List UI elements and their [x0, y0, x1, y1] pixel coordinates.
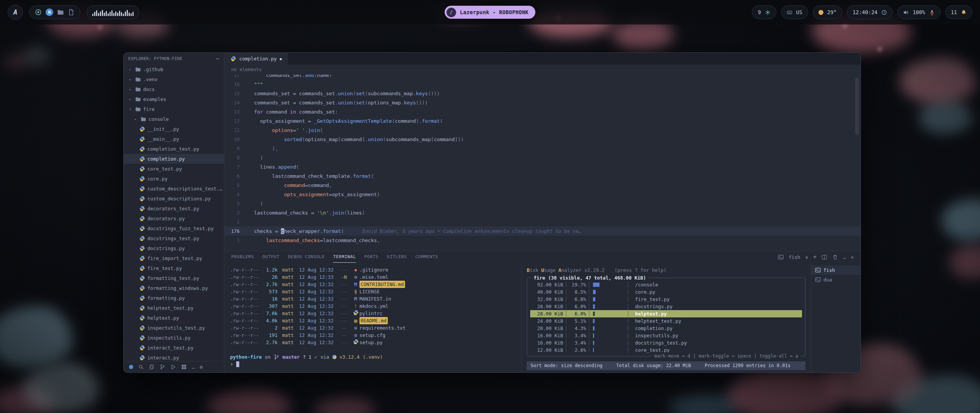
tree-item-helptext.py[interactable]: helptext.py	[124, 313, 224, 323]
panel-tab-ports[interactable]: PORTS	[364, 251, 379, 263]
code-line[interactable]: 10 sorted(options_map[command].union(sub…	[224, 135, 861, 144]
code-line[interactable]: 4 opts_assignment=opts_assignment)	[224, 190, 861, 199]
more-actions-icon[interactable]: …	[843, 254, 846, 260]
dua-row-core.py[interactable]: 40.00 KiB│8.5%││core.py	[530, 288, 802, 296]
panel-tab-terminal[interactable]: TERMINAL	[333, 251, 356, 263]
tree-item-examples[interactable]: ▸examples	[124, 94, 224, 104]
code-line[interactable]: 7 lines.append(	[224, 162, 861, 171]
tree-item-custom_descriptions_test.py[interactable]: custom_descriptions_test.py	[124, 184, 224, 193]
dua-row-helptext_test.py[interactable]: 24.00 KiB│5.1%││helptext_test.py	[530, 317, 802, 325]
extensions-icon[interactable]	[181, 364, 187, 370]
code-line[interactable]: 12 opts_assignment = _GetOptsAssignmentT…	[224, 116, 861, 125]
code-line[interactable]: 2 lastcommand_checks = '\n'.join(lines)	[224, 208, 861, 217]
dua-row-fire_test.py[interactable]: 32.00 KiB│6.8%││fire_test.py	[530, 296, 802, 303]
tree-item-fire[interactable]: ▾fire	[124, 104, 224, 114]
clock-pill[interactable]: 12:40:24	[847, 5, 893, 19]
source-control-icon[interactable]	[160, 364, 165, 370]
settings-icon[interactable]: ⚙	[200, 364, 203, 370]
code-line[interactable]: 1 lastcommand_checks=lastcommand_checks,	[224, 236, 861, 245]
tree-item-interact_test.py[interactable]: interact_test.py	[124, 343, 224, 353]
panel-tab-output[interactable]: OUTPUT	[262, 251, 279, 263]
code-line[interactable]: 5 command=command,	[224, 180, 861, 190]
tree-item-docstrings.py[interactable]: docstrings.py	[124, 243, 224, 253]
code-line[interactable]: 11 options=' '.join(	[224, 125, 861, 135]
code-line[interactable]: 176 checks = check_wrapper.format(David …	[224, 226, 861, 236]
tree-item-__main__.py[interactable]: __main__.py	[124, 134, 224, 144]
panel-tab-debug-console[interactable]: DEBUG CONSOLE	[288, 251, 325, 263]
dua-row-helptext.py[interactable]: 28.00 KiB│6.0%││helptext.py	[530, 310, 802, 317]
tree-item-docstrings_fuzz_test.py[interactable]: docstrings_fuzz_test.py	[124, 223, 224, 233]
tree-item-fire_import_test.py[interactable]: fire_import_test.py	[124, 253, 224, 263]
terminal-pane-dua[interactable]: Disk Usage Analyzer v2.29.2 (press ? for…	[521, 263, 811, 372]
tree-item-.venv[interactable]: ▸.venv	[124, 74, 224, 84]
code-line[interactable]: 6 lastcommand_check_template.format(	[224, 171, 861, 180]
app-launcher-button[interactable]: A	[8, 5, 23, 20]
search-icon[interactable]	[138, 364, 144, 370]
breadcrumb[interactable]: no elements	[224, 65, 861, 75]
dua-row-docstrings.py[interactable]: 28.00 KiB│6.0%││docstrings.py	[530, 303, 802, 310]
tree-item-core_test.py[interactable]: core_test.py	[124, 164, 224, 174]
code-line[interactable]: 3 )	[224, 199, 861, 208]
dua-row-console[interactable]: 92.00 KiB│19.7%││/console	[530, 281, 802, 288]
code-line[interactable]: 14 commands_set = commands_set.union(set…	[224, 98, 861, 107]
keyboard-layout-pill[interactable]: US	[781, 5, 808, 19]
modified-dot-icon[interactable]: ●	[280, 57, 282, 61]
editor-scrollbar[interactable]	[855, 78, 859, 135]
split-terminal-icon[interactable]	[822, 254, 827, 260]
code-line[interactable]: 15 commands_set = commands_set.union(set…	[224, 89, 861, 98]
code-editor[interactable]: 17 commands_set.add(name)16 """15 comman…	[224, 75, 861, 251]
scm-badge[interactable]	[129, 365, 133, 369]
dua-row-inspectutils.py[interactable]: 16.00 KiB│3.4%││inspectutils.py	[530, 332, 802, 339]
workspaces-pill[interactable]: 9	[752, 5, 776, 19]
tree-item-console[interactable]: ▸console	[124, 114, 224, 124]
code-line[interactable]: 16 """	[224, 80, 861, 89]
files-icon[interactable]	[149, 364, 155, 370]
panel-tab-gitlens[interactable]: GITLENS	[387, 251, 407, 263]
close-panel-icon[interactable]: ×	[851, 254, 854, 260]
dua-row-completion.py[interactable]: 20.00 KiB│4.3%││completion.py	[530, 325, 802, 332]
now-playing-pill[interactable]: ♪ Lazerpunk - ROBOPHONK	[444, 6, 535, 19]
run-icon[interactable]	[170, 364, 176, 370]
explorer-more-icon[interactable]: ⋯	[216, 56, 219, 62]
tree-item-formatting_test.py[interactable]: formatting_test.py	[124, 273, 224, 283]
tree-item-interact.py[interactable]: interact.py	[124, 353, 224, 361]
tree-item-inspectutils_test.py[interactable]: inspectutils_test.py	[124, 323, 224, 333]
tree-item-decorators_test.py[interactable]: decorators_test.py	[124, 203, 224, 213]
terminal-pane-fish[interactable]: .rw-r--r--1.2kmatt12 Aug 12:32--◆.gitign…	[224, 263, 521, 372]
code-line[interactable]: 17 commands_set.add(name)	[224, 75, 861, 80]
code-line[interactable]: 13 for command in commands_set:	[224, 107, 861, 116]
tree-item-formatting_windows.py[interactable]: formatting_windows.py	[124, 283, 224, 293]
kill-terminal-icon[interactable]	[832, 254, 838, 260]
tree-item-formatting.py[interactable]: formatting.py	[124, 293, 224, 303]
tree-item-helptext_test.py[interactable]: helptext_test.py	[124, 303, 224, 313]
terminal-tab-dua[interactable]: dua	[811, 275, 861, 285]
panel-tab-comments[interactable]: COMMENTS	[415, 251, 438, 263]
tree-item-completion.py[interactable]: completion.py	[124, 154, 224, 164]
terminal-tab-fish[interactable]: fish	[811, 265, 861, 275]
n-app-icon[interactable]: N	[46, 8, 53, 16]
tree-item-__init__.py[interactable]: __init__.py	[124, 124, 224, 134]
tree-item-inspectutils.py[interactable]: inspectutils.py	[124, 333, 224, 343]
screenshot-icon[interactable]	[35, 9, 42, 16]
code-line[interactable]: 9 ),	[224, 144, 861, 153]
shell-selector[interactable]: fish	[789, 254, 800, 260]
tree-item-completion_test.py[interactable]: completion_test.py	[124, 144, 224, 154]
tree-item-fire_test.py[interactable]: fire_test.py	[124, 263, 224, 273]
weather-pill[interactable]: 29°	[813, 5, 842, 19]
tree-item-docs[interactable]: ▸docs	[124, 84, 224, 94]
shell-input-line[interactable]: ›	[230, 361, 521, 368]
chevron-down-icon[interactable]: ∨	[805, 254, 808, 260]
more-icon[interactable]: …	[192, 364, 195, 370]
notifications-pill[interactable]: 11	[945, 5, 972, 19]
code-line[interactable]: 1	[224, 217, 861, 226]
tree-item-core.py[interactable]: core.py	[124, 174, 224, 184]
document-icon[interactable]	[68, 9, 75, 16]
tab-completion-py[interactable]: completion.py ●	[224, 53, 288, 65]
dua-row-docstrings_test.py[interactable]: 16.00 KiB│3.4%││docstrings_test.py	[530, 339, 802, 346]
folder-icon[interactable]	[57, 9, 64, 16]
code-line[interactable]: 8 )	[224, 153, 861, 162]
tree-item-decorators.py[interactable]: decorators.py	[124, 213, 224, 223]
new-terminal-button[interactable]: +	[813, 254, 817, 260]
tree-item-.github[interactable]: ▸.github	[124, 64, 224, 74]
audio-pill[interactable]: 100%	[897, 5, 941, 19]
